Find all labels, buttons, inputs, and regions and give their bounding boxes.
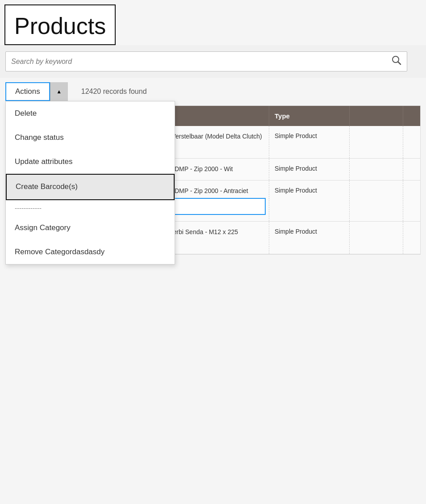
col-action: [350, 106, 403, 126]
row2-action: [350, 159, 403, 180]
row3-type: Simple Product: [269, 181, 350, 222]
actions-button[interactable]: Actions: [5, 82, 50, 101]
search-bar-wrapper: [5, 51, 407, 71]
search-bar-area: [0, 45, 426, 78]
page-title: Products: [14, 13, 106, 39]
dropdown-item-delete[interactable]: Delete: [6, 101, 175, 126]
dropdown-item-update-attributes[interactable]: Update attributes: [6, 150, 175, 174]
records-count: 12420 records found: [81, 88, 147, 96]
dropdown-item-remove-category[interactable]: Remove Categordasdasdy: [6, 240, 175, 264]
col-type: Type: [269, 106, 350, 126]
arrow-up-icon: ▲: [56, 88, 62, 95]
row1-type: Simple Product: [269, 126, 350, 158]
row3-action: [350, 181, 403, 222]
dropdown-separator: ------------: [6, 200, 175, 216]
dropdown-item-change-status[interactable]: Change status: [6, 126, 175, 150]
actions-label: Actions: [6, 87, 49, 96]
row1-action: [350, 126, 403, 158]
actions-arrow-button[interactable]: ▲: [50, 82, 68, 101]
svg-line-1: [398, 62, 401, 65]
actions-dropdown-menu: Delete Change status Update attributes C…: [5, 101, 175, 265]
actions-dropdown-wrapper: Actions ▲ Delete Change status Update at…: [5, 82, 68, 101]
toolbar-row: Actions ▲ Delete Change status Update at…: [0, 78, 426, 105]
dropdown-item-create-barcodes[interactable]: Create Barcode(s): [6, 174, 175, 200]
search-input[interactable]: [11, 58, 392, 66]
search-icon: [392, 55, 401, 67]
row4-type: Simple Product: [269, 222, 350, 254]
row4-action: [350, 222, 403, 254]
dropdown-item-assign-category[interactable]: Assign Category: [6, 216, 175, 240]
row2-type: Simple Product: [269, 159, 350, 180]
page-header: Products: [4, 4, 116, 45]
